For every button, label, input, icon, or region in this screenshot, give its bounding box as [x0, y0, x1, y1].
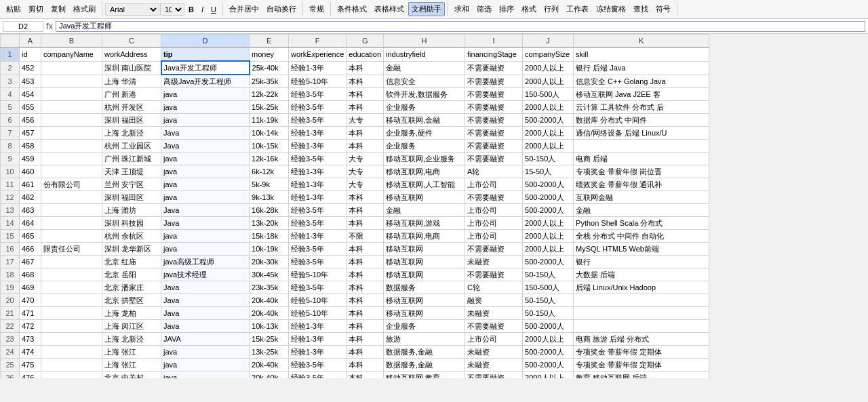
cell-d17[interactable]: java高级工程师 — [161, 256, 250, 268]
cell-b25[interactable] — [41, 359, 102, 371]
cell-d18[interactable]: java技术经理 — [161, 268, 250, 281]
cell-f14[interactable]: 经验3-5年 — [289, 217, 347, 230]
cell-g25[interactable]: 本科 — [347, 359, 384, 371]
cell-b22[interactable] — [41, 320, 102, 333]
cell-b9[interactable] — [41, 153, 102, 165]
cell-f20[interactable]: 经验5-10年 — [289, 294, 347, 307]
cell-i15[interactable]: 上市公司 — [465, 230, 523, 243]
cell-a12[interactable]: 462 — [20, 191, 41, 204]
cell-e22[interactable]: 10k-13k — [250, 320, 289, 333]
cell-a20[interactable]: 470 — [20, 294, 41, 307]
cell-k1[interactable]: skill — [574, 47, 709, 61]
cell-h12[interactable]: 移动互联网 — [384, 191, 465, 204]
cell-i22[interactable]: 不需要融资 — [465, 320, 523, 333]
cell-g15[interactable]: 不限 — [347, 230, 384, 243]
cell-i9[interactable]: 不需要融资 — [465, 153, 523, 165]
cell-f22[interactable]: 经验1-3年 — [289, 320, 347, 333]
cell-h10[interactable]: 移动互联网,电商 — [384, 165, 465, 178]
cell-c15[interactable]: 杭州 余杭区 — [102, 230, 161, 243]
cell-a10[interactable]: 460 — [20, 165, 41, 178]
cell-a4[interactable]: 454 — [20, 88, 41, 101]
cell-j17[interactable]: 500-2000人 — [523, 256, 574, 268]
cell-b19[interactable] — [41, 281, 102, 294]
cell-f6[interactable]: 经验3-5年 — [289, 114, 347, 127]
col-header-h[interactable]: H — [384, 35, 465, 48]
cell-j9[interactable]: 50-150人 — [523, 153, 574, 165]
cell-e1[interactable]: money — [250, 47, 289, 61]
cut-btn[interactable]: 剪切 — [25, 2, 47, 16]
cell-f18[interactable]: 经验5-10年 — [289, 268, 347, 281]
cell-k13[interactable]: 金融 — [574, 204, 709, 217]
cell-g19[interactable]: 本科 — [347, 281, 384, 294]
format-btn[interactable]: 格式 — [518, 2, 540, 16]
cell-d26[interactable]: java — [161, 371, 250, 379]
cell-f5[interactable]: 经验3-5年 — [289, 101, 347, 114]
cell-f25[interactable]: 经验3-5年 — [289, 359, 347, 371]
cell-e17[interactable]: 20k-30k — [250, 256, 289, 268]
cell-e13[interactable]: 16k-28k — [250, 204, 289, 217]
cell-h18[interactable]: 移动互联网 — [384, 268, 465, 281]
cell-f16[interactable]: 经验3-5年 — [289, 243, 347, 256]
cell-e24[interactable]: 13k-25k — [250, 346, 289, 359]
col-header-k[interactable]: K — [574, 35, 709, 48]
cell-c23[interactable]: 上海 北新泾 — [102, 333, 161, 346]
cell-c8[interactable]: 杭州 工业园区 — [102, 140, 161, 153]
cell-k23[interactable]: 电商 旅游 后端 分布式 — [574, 333, 709, 346]
cell-c11[interactable]: 兰州 安宁区 — [102, 178, 161, 191]
cell-f8[interactable]: 经验1-3年 — [289, 140, 347, 153]
cell-f17[interactable]: 经验3-5年 — [289, 256, 347, 268]
cell-f13[interactable]: 经验3-5年 — [289, 204, 347, 217]
cell-f21[interactable]: 经验5-10年 — [289, 307, 347, 320]
cell-g7[interactable]: 本科 — [347, 127, 384, 140]
cell-j20[interactable]: 50-150人 — [523, 294, 574, 307]
cell-f4[interactable]: 经验3-5年 — [289, 88, 347, 101]
cell-e10[interactable]: 6k-12k — [250, 165, 289, 178]
cell-c13[interactable]: 上海 潍坊 — [102, 204, 161, 217]
cell-g20[interactable]: 本科 — [347, 294, 384, 307]
cell-d2[interactable]: Java开发工程师 — [161, 61, 250, 75]
cell-h1[interactable]: industryfield — [384, 47, 465, 61]
cell-i20[interactable]: 融资 — [465, 294, 523, 307]
cell-i2[interactable]: 不需要融资 — [465, 61, 523, 75]
cell-g14[interactable]: 本科 — [347, 217, 384, 230]
cell-f19[interactable]: 经验3-5年 — [289, 281, 347, 294]
cell-e21[interactable]: 20k-40k — [250, 307, 289, 320]
cell-j22[interactable]: 500-2000人 — [523, 320, 574, 333]
cell-i12[interactable]: 不需要融资 — [465, 191, 523, 204]
cell-a13[interactable]: 463 — [20, 204, 41, 217]
cell-g11[interactable]: 大专 — [347, 178, 384, 191]
cell-e25[interactable]: 20k-40k — [250, 359, 289, 371]
cell-e12[interactable]: 9k-13k — [250, 191, 289, 204]
cell-i8[interactable]: 不需要融资 — [465, 140, 523, 153]
cell-h26[interactable]: 移动互联网,教育 — [384, 371, 465, 379]
cell-a15[interactable]: 465 — [20, 230, 41, 243]
merge-center-btn[interactable]: 合并居中 — [226, 2, 262, 16]
cell-f3[interactable]: 经验5-10年 — [289, 75, 347, 88]
cell-a2[interactable]: 452 — [20, 61, 41, 75]
cell-f9[interactable]: 经验3-5年 — [289, 153, 347, 165]
cell-j18[interactable]: 50-150人 — [523, 268, 574, 281]
cell-k8[interactable] — [574, 140, 709, 153]
col-header-i[interactable]: I — [465, 35, 523, 48]
cell-j24[interactable]: 500-2000人 — [523, 346, 574, 359]
cell-i5[interactable]: 不需要融资 — [465, 101, 523, 114]
cell-k9[interactable]: 电商 后端 — [574, 153, 709, 165]
cell-e15[interactable]: 15k-18k — [250, 230, 289, 243]
cell-b20[interactable] — [41, 294, 102, 307]
sum-btn[interactable]: 求和 — [451, 2, 473, 16]
format-painter-btn[interactable]: 格式刷 — [70, 2, 99, 16]
freeze-btn[interactable]: 冻结窗格 — [593, 2, 629, 16]
cell-k5[interactable]: 云计算 工具软件 分布式 后 — [574, 101, 709, 114]
bold-btn[interactable]: B — [185, 3, 197, 16]
col-header-d[interactable]: D — [161, 35, 250, 48]
font-select[interactable]: Arial — [105, 3, 159, 16]
cell-k17[interactable]: 银行 — [574, 256, 709, 268]
cell-j26[interactable]: 2000人以上 — [523, 371, 574, 379]
col-header-a[interactable]: A — [20, 35, 41, 48]
cell-h2[interactable]: 金融 — [384, 61, 465, 75]
cell-g2[interactable]: 本科 — [347, 61, 384, 75]
find-btn[interactable]: 查找 — [630, 2, 652, 16]
cell-i10[interactable]: A轮 — [465, 165, 523, 178]
cell-k7[interactable]: 通信/网络设备 后端 Linux/U — [574, 127, 709, 140]
cell-e2[interactable]: 25k-40k — [250, 61, 289, 75]
